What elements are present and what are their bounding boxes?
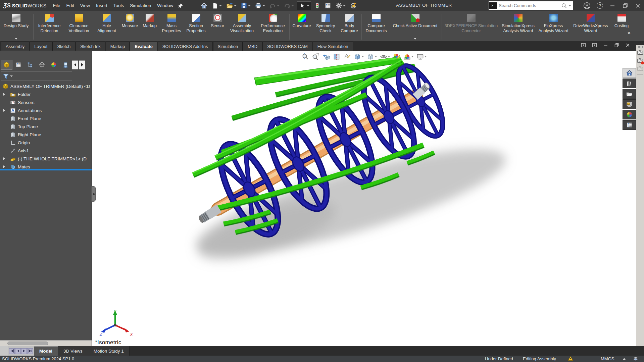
menu-window[interactable]: Window (154, 2, 176, 9)
screen-capture-icon[interactable] (637, 49, 643, 56)
ribbon-button-symmetry-check[interactable]: Symmetry Check (313, 13, 338, 41)
apply-scene-dropdown-icon[interactable] (411, 56, 413, 57)
tab-markup[interactable]: Markup (106, 42, 130, 51)
tree-filter-box[interactable] (1, 71, 72, 81)
search-dropdown-icon[interactable] (568, 5, 571, 6)
search-input[interactable] (497, 3, 561, 8)
task-pane-home-tab[interactable] (623, 68, 636, 78)
ribbon-button-markup[interactable]: Markup (140, 13, 159, 41)
open-button[interactable] (225, 1, 238, 10)
record-video-icon[interactable] (637, 57, 643, 64)
tab-flow-simulation[interactable]: Flow Simulation (313, 42, 353, 51)
menu-tools[interactable]: Tools (110, 2, 127, 9)
save-button[interactable] (240, 2, 252, 10)
custom-properties-tab[interactable] (623, 120, 636, 130)
menu-file[interactable]: File (50, 2, 63, 9)
tab-sketch-ink[interactable]: Sketch Ink (76, 42, 105, 51)
ribbon-button-compare-documents[interactable]: Compare Documents (363, 13, 390, 41)
ribbon-button-sensor[interactable]: Sensor (208, 13, 227, 41)
scrollbar-thumb[interactable] (7, 342, 48, 345)
ribbon-button-body-compare[interactable]: Body Compare (338, 13, 360, 41)
tab-solidworks-add-ins[interactable]: SOLIDWORKS Add-Ins (158, 42, 213, 51)
menu-view[interactable]: View (77, 2, 93, 9)
panel-horizontal-scrollbar[interactable] (0, 340, 92, 346)
dimxpertmanager-tab[interactable] (36, 60, 48, 70)
ribbon-button-driveworksxpress[interactable]: DriveWorksXpress Wizard (570, 13, 611, 41)
help-icon[interactable]: ? (597, 2, 603, 9)
screen-capture-button[interactable] (349, 1, 358, 10)
options-button[interactable] (334, 1, 347, 10)
select-dropdown-icon[interactable] (307, 5, 309, 6)
hide-show-dropdown-icon[interactable] (388, 56, 390, 57)
panel-tab-scroll-left[interactable] (72, 60, 78, 69)
tree-item-right-plane[interactable]: Right Plane (0, 131, 92, 139)
doc-restore-button[interactable] (614, 42, 620, 48)
filter-dropdown-icon[interactable] (10, 75, 13, 77)
configurationmanager-tab[interactable] (24, 60, 36, 70)
user-account-icon[interactable] (583, 2, 591, 9)
propertymanager-tab[interactable] (12, 60, 24, 70)
save-dropdown-icon[interactable] (248, 5, 251, 6)
ribbon-button-section-properties[interactable]: Section Properties (184, 13, 208, 41)
design-library-tab[interactable] (623, 79, 636, 88)
appearances-scenes-tab[interactable] (623, 110, 636, 119)
previous-view-button[interactable] (323, 53, 330, 60)
tab-solidworks-cam[interactable]: SOLIDWORKS CAM (262, 42, 312, 51)
units-text[interactable]: MMGS (601, 356, 614, 361)
view-settings-button[interactable] (416, 53, 427, 60)
displaymanager-tab[interactable] (48, 60, 59, 70)
search-commands-box[interactable]: >_ (489, 1, 573, 10)
doc-close-button[interactable] (625, 42, 631, 48)
section-view-button[interactable] (333, 53, 340, 60)
ribbon-button-check-active-document[interactable]: Check Active Document (390, 13, 441, 41)
expand-arrow-icon[interactable] (3, 109, 5, 112)
tab-simulation[interactable]: Simulation (213, 42, 243, 51)
apply-scene-button[interactable] (403, 53, 413, 60)
tab-layout[interactable]: Layout (30, 42, 52, 51)
check-active-document-flyout-icon[interactable] (414, 38, 416, 40)
open-dropdown-icon[interactable] (234, 5, 237, 6)
close-button[interactable] (635, 2, 641, 9)
model-tab[interactable]: Model (34, 346, 58, 356)
last-tab-button[interactable] (27, 348, 33, 354)
ribbon-button-floxpress[interactable]: FloXpress Analysis Wizard (537, 13, 570, 41)
tree-root-assembly[interactable]: ASSEMBLY OF TRIMMER (Default) <D (0, 82, 92, 90)
ribbon-button-hole-alignment[interactable]: Hole Alignment (94, 13, 120, 41)
file-explorer-tab[interactable] (623, 89, 636, 99)
print-button[interactable] (254, 1, 266, 10)
dynamic-annotation-views-button[interactable] (343, 53, 351, 60)
cam-tree-tab[interactable] (59, 60, 71, 70)
doc-minimize-button[interactable] (603, 42, 608, 48)
ribbon-button-clearance-verification[interactable]: Clearance Verification (64, 13, 94, 41)
units-dropdown-icon[interactable] (623, 358, 626, 360)
ribbon-button-interference-detection[interactable]: Interference Detection (35, 13, 64, 41)
pin-menu-icon[interactable] (178, 3, 184, 9)
rebuild-button[interactable] (313, 1, 321, 10)
file-properties-button[interactable] (324, 2, 332, 10)
view-orientation-dropdown-icon[interactable] (362, 56, 364, 57)
3d-views-tab[interactable]: 3D Views (58, 346, 88, 356)
ribbon-overflow-chevron[interactable]: » (628, 30, 631, 36)
select-tool-button[interactable] (297, 1, 311, 10)
next-tab-button[interactable] (21, 348, 27, 354)
tree-item-sensors[interactable]: Sensors (0, 98, 92, 106)
ribbon-button-design-study[interactable]: Design Study (0, 13, 32, 41)
display-style-dropdown-icon[interactable] (375, 56, 377, 57)
tab-evaluate[interactable]: Evaluate (130, 42, 157, 51)
new-document-button[interactable] (211, 2, 223, 10)
ribbon-button-performance-evaluation[interactable]: Performance Evaluation (257, 13, 288, 41)
tree-item-front-plane[interactable]: Front Plane (0, 114, 92, 122)
tree-item-folder[interactable]: Folder (0, 90, 92, 98)
task-pane-grip[interactable] (638, 46, 643, 48)
ribbon-button-measure[interactable]: Measure (120, 13, 140, 41)
view-settings-dropdown-icon[interactable] (425, 56, 427, 57)
expand-arrow-icon[interactable] (3, 165, 5, 168)
ribbon-button-assembly-visualization[interactable]: Assembly Visualization (227, 13, 257, 41)
tree-item-origin[interactable]: Origin (0, 139, 92, 147)
new-dropdown-icon[interactable] (219, 5, 222, 6)
panel-tab-scroll-right[interactable] (79, 60, 85, 69)
hide-show-items-button[interactable] (380, 53, 390, 60)
first-tab-button[interactable] (9, 348, 15, 354)
expand-arrow-icon[interactable] (3, 93, 5, 96)
tree-item-annotations[interactable]: Annotations (0, 106, 92, 114)
